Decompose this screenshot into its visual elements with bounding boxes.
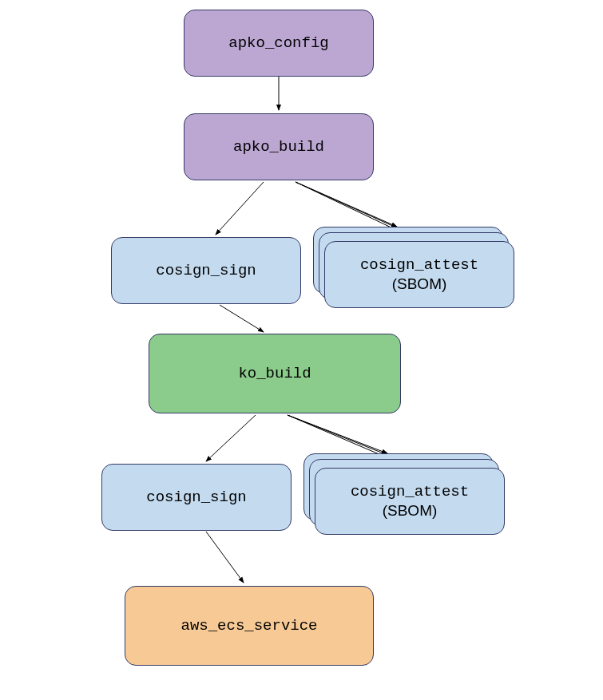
node-apko-build: apko_build [184, 113, 374, 180]
svg-line-7 [288, 415, 387, 453]
svg-line-8 [288, 415, 395, 458]
node-cosign-attest-2-label: cosign_attest [351, 483, 469, 500]
node-cosign-sign-1: cosign_sign [111, 237, 301, 304]
svg-line-6 [206, 415, 256, 461]
node-ko-build: ko_build [149, 334, 401, 413]
node-ko-build-label: ko_build [238, 365, 311, 382]
node-cosign-attest-1-label: cosign_attest [360, 256, 478, 274]
node-cosign-sign-2-label: cosign_sign [146, 488, 246, 506]
node-aws-ecs-service-label: aws_ecs_service [181, 617, 317, 635]
svg-line-3 [296, 182, 405, 231]
svg-line-1 [216, 182, 264, 235]
svg-line-5 [220, 305, 264, 332]
node-cosign-attest-2-sublabel: (SBOM) [383, 502, 438, 520]
node-apko-config: apko_config [184, 10, 374, 77]
node-apko-config-label: apko_config [228, 34, 328, 52]
node-cosign-sign-1-label: cosign_sign [156, 262, 256, 279]
svg-line-10 [206, 532, 244, 583]
node-cosign-sign-2: cosign_sign [101, 464, 292, 531]
node-cosign-attest-1-sublabel: (SBOM) [392, 275, 447, 293]
node-apko-build-label: apko_build [233, 138, 324, 156]
svg-line-2 [296, 182, 397, 227]
node-aws-ecs-service: aws_ecs_service [125, 586, 374, 666]
